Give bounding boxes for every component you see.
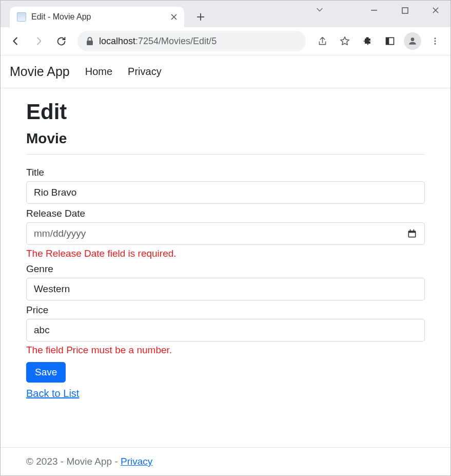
nav-back-button[interactable] xyxy=(7,32,25,50)
genre-input[interactable] xyxy=(26,278,425,300)
nav-forward-button[interactable] xyxy=(29,32,48,50)
release-date-input[interactable]: mm/dd/yyyy xyxy=(26,222,425,245)
tab-title: Edit - Movie App xyxy=(31,12,166,22)
back-to-list-link[interactable]: Back to List xyxy=(26,388,79,399)
window-minimize-button[interactable] xyxy=(359,0,389,21)
site-navbar: Movie App Home Privacy xyxy=(1,55,450,88)
svg-rect-1 xyxy=(402,8,408,13)
svg-rect-10 xyxy=(386,37,389,44)
svg-point-13 xyxy=(435,41,436,42)
divider xyxy=(26,154,425,155)
window-maximize-button[interactable] xyxy=(389,0,420,21)
svg-point-11 xyxy=(411,37,415,41)
new-tab-button[interactable] xyxy=(190,7,211,27)
calendar-icon[interactable] xyxy=(407,229,417,239)
page-title: Edit xyxy=(26,100,425,124)
price-label: Price xyxy=(26,304,425,316)
reload-button[interactable] xyxy=(52,32,70,50)
kebab-menu-icon[interactable] xyxy=(426,32,444,50)
page-viewport: Movie App Home Privacy Edit Movie Title … xyxy=(1,55,450,475)
browser-tab[interactable]: Edit - Movie App xyxy=(10,7,184,27)
price-error: The field Price must be a number. xyxy=(26,345,425,356)
extensions-icon[interactable] xyxy=(358,32,377,50)
release-date-error: The Release Date field is required. xyxy=(26,248,425,259)
window-close-button[interactable] xyxy=(420,0,451,21)
save-button[interactable]: Save xyxy=(26,362,66,383)
favicon-icon xyxy=(17,12,26,22)
chevron-down-icon[interactable] xyxy=(315,5,325,15)
footer-privacy-link[interactable]: Privacy xyxy=(121,456,152,467)
page-footer: © 2023 - Movie App - Privacy xyxy=(1,447,450,475)
title-input[interactable] xyxy=(26,181,425,204)
svg-point-12 xyxy=(435,37,436,39)
genre-label: Genre xyxy=(26,263,425,275)
nav-link-privacy[interactable]: Privacy xyxy=(128,66,162,78)
tab-close-button[interactable] xyxy=(171,14,177,20)
release-date-label: Release Date xyxy=(26,208,425,219)
svg-rect-8 xyxy=(87,41,93,45)
bookmark-star-icon[interactable] xyxy=(336,32,354,50)
side-panel-icon[interactable] xyxy=(381,32,399,50)
svg-rect-17 xyxy=(410,230,411,232)
svg-rect-18 xyxy=(414,230,415,232)
lock-icon xyxy=(86,36,94,46)
share-icon[interactable] xyxy=(313,32,331,50)
nav-link-home[interactable]: Home xyxy=(85,66,112,78)
brand-link[interactable]: Movie App xyxy=(10,64,70,79)
price-input[interactable] xyxy=(26,319,425,341)
profile-avatar[interactable] xyxy=(403,32,422,50)
page-subtitle: Movie xyxy=(26,130,425,147)
browser-chrome: Edit - Movie App localhost:7254/Movies/E… xyxy=(1,1,450,55)
footer-text: © 2023 - Movie App - xyxy=(26,456,121,467)
svg-rect-16 xyxy=(409,233,415,237)
url-text: localhost:7254/Movies/Edit/5 xyxy=(99,36,217,47)
svg-point-14 xyxy=(435,43,436,45)
address-bar[interactable]: localhost:7254/Movies/Edit/5 xyxy=(77,31,306,51)
release-date-placeholder: mm/dd/yyyy xyxy=(34,228,86,239)
title-label: Title xyxy=(26,167,425,178)
